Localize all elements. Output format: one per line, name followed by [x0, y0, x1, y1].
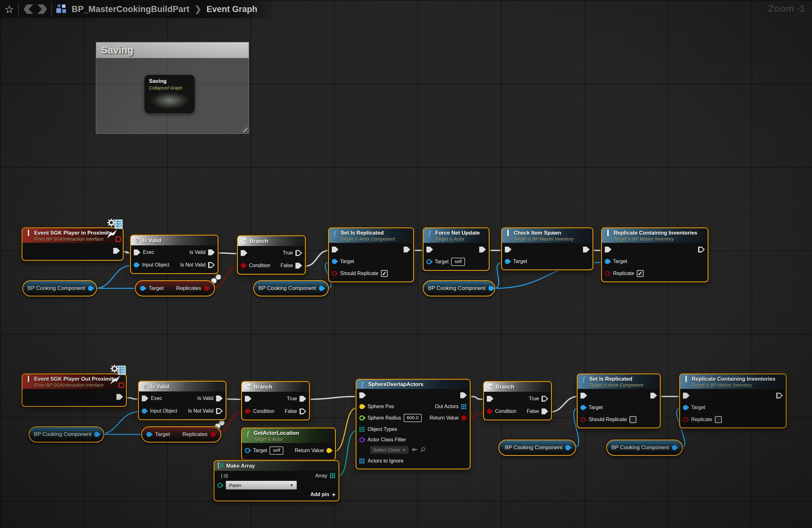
value-input[interactable]: 600.0	[404, 414, 422, 422]
output-pin[interactable]	[319, 286, 324, 291]
false-out-pin[interactable]	[541, 409, 548, 414]
output-pin[interactable]	[94, 432, 99, 437]
variable-node-bp-cooking-component-5[interactable]: BP Cooking Component	[498, 439, 576, 456]
object-types-pin[interactable]	[359, 427, 364, 432]
value-input[interactable]: self	[451, 258, 465, 266]
return-value-pin[interactable]	[461, 415, 466, 421]
node-header[interactable]: ?Is Valid	[131, 236, 218, 245]
comment-header[interactable]: Saving	[96, 42, 249, 58]
node-header[interactable]: Branch	[238, 236, 305, 246]
target-pin[interactable]	[245, 448, 250, 453]
false-out-pin[interactable]	[300, 409, 306, 414]
input-object-pin[interactable]	[142, 409, 147, 413]
replicate-pin[interactable]	[683, 417, 688, 422]
target-pin[interactable]	[505, 259, 510, 264]
variable-node-bp-cooking-component-2[interactable]: BP Cooking Component	[253, 280, 329, 296]
exec-in-pin[interactable]	[487, 396, 493, 402]
exec-out-pin[interactable]	[460, 392, 467, 398]
exec-out-pin[interactable]	[116, 394, 123, 400]
reset-to-default-icon[interactable]	[411, 447, 418, 453]
output-pin[interactable]	[88, 286, 93, 291]
condition-pin[interactable]	[487, 409, 492, 414]
output-pin[interactable]	[565, 445, 570, 450]
target-pin[interactable]	[146, 432, 151, 437]
checkbox-unchecked[interactable]	[715, 416, 722, 423]
variable-node-bp-cooking-component-3[interactable]: BP Cooking Component	[423, 280, 495, 296]
node-branch-3[interactable]: BranchTrueConditionFalse	[483, 381, 552, 421]
output-pin[interactable]	[211, 432, 215, 437]
node-set-is-replicated-1[interactable]: fSet Is ReplicatedTarget is Actor Compon…	[328, 227, 414, 282]
node-header[interactable]: ?Is Valid	[139, 382, 226, 392]
add-pin-icon[interactable]: +	[332, 491, 336, 498]
node-branch-1[interactable]: BranchTrueConditionFalse	[237, 235, 306, 275]
output-pin[interactable]	[204, 286, 209, 291]
is-valid-out-pin[interactable]	[216, 396, 223, 401]
condition-pin[interactable]	[245, 409, 250, 414]
exec-in-pin[interactable]	[245, 396, 251, 402]
node-sphere-overlap-actors[interactable]: fSphereOverlapActorsSphere PosOut Actors…	[356, 379, 471, 470]
select-class-dropdown[interactable]: Select Class▼	[370, 446, 409, 454]
exec-in-pin[interactable]	[359, 392, 366, 398]
exec-out-pin[interactable]	[698, 247, 705, 253]
collapsed-graph-node-saving[interactable]: Saving Collapsed Graph	[145, 75, 194, 113]
array-out-pin[interactable]	[330, 473, 335, 478]
true-out-pin[interactable]	[300, 396, 306, 402]
node-make-array[interactable]: Make Array[ 0]ArrayPawn▼Add pin+	[214, 460, 339, 501]
node-header[interactable]: fSphereOverlapActors	[357, 380, 470, 389]
exec-in-pin[interactable]	[505, 247, 511, 253]
value-input[interactable]: self	[270, 446, 283, 455]
node-header[interactable]: Replicate Containing InventoriesTarget i…	[602, 228, 708, 243]
condition-pin[interactable]	[241, 263, 246, 268]
breadcrumb-blueprint-name[interactable]: BP_MasterCookingBuildPart	[72, 4, 189, 14]
checkbox-checked[interactable]: ✓	[381, 270, 388, 277]
graph-canvas[interactable]: Saving Saving Collapsed Graph Event SGK …	[0, 0, 812, 528]
back-icon[interactable]	[24, 4, 33, 14]
sphere-pos-pin[interactable]	[359, 404, 364, 409]
node-is-valid-1[interactable]: ?Is ValidExecIs ValidInput ObjectIs Not …	[130, 235, 219, 274]
out-actors-pin[interactable]	[461, 404, 466, 409]
node-is-valid-2[interactable]: ?Is ValidExecIs ValidInput ObjectIs Not …	[138, 381, 227, 420]
variable-node-get-replicates-1[interactable]: TargetReplicates	[135, 280, 215, 296]
exec-in-pin[interactable]	[332, 247, 338, 253]
return-value-pin[interactable]	[327, 448, 332, 453]
is-not-valid-out-pin[interactable]	[208, 262, 215, 268]
exec-out-pin[interactable]	[776, 393, 783, 399]
exec-out-pin[interactable]	[479, 247, 486, 253]
node-header[interactable]: fSet Is ReplicatedTarget is Actor Compon…	[578, 375, 660, 389]
exec-in-pin[interactable]	[142, 396, 148, 401]
exec-in-pin[interactable]	[605, 247, 611, 253]
forward-icon[interactable]	[37, 4, 47, 14]
node-check-item-spawn[interactable]: Check Item SpawnTarget is BP Master Inve…	[501, 227, 593, 270]
target-pin[interactable]	[580, 405, 585, 410]
node-branch-2[interactable]: BranchTrueConditionFalse	[241, 381, 310, 421]
node-force-net-update[interactable]: fForce Net UpdateTarget is ActorTargetse…	[423, 227, 490, 271]
breadcrumb-graph-name[interactable]: Event Graph	[206, 4, 258, 14]
should-replicate-pin[interactable]	[580, 417, 585, 422]
actor-class-filter-pin[interactable]	[359, 437, 364, 442]
node-event-player-in[interactable]: Event SGK Player in ProximityFrom BP SGK…	[21, 227, 124, 261]
exec-in-pin[interactable]	[426, 247, 433, 253]
is-not-valid-out-pin[interactable]	[216, 408, 223, 414]
checkbox-unchecked[interactable]	[629, 416, 636, 423]
exec-out-pin[interactable]	[113, 248, 120, 254]
variable-node-bp-cooking-component-4[interactable]: BP Cooking Component	[28, 426, 104, 443]
output-pin[interactable]	[489, 286, 493, 291]
replicate-pin[interactable]	[605, 271, 610, 276]
node-event-player-out[interactable]: Event SGK Player Out ProximityFrom BP SG…	[21, 373, 127, 407]
input-object-pin[interactable]	[134, 262, 139, 267]
true-out-pin[interactable]	[541, 396, 548, 402]
node-header[interactable]: Branch	[484, 382, 551, 392]
exec-out-pin[interactable]	[404, 247, 410, 253]
variable-node-get-replicates-2[interactable]: TargetReplicates	[141, 426, 221, 443]
output-pin[interactable]	[672, 445, 677, 450]
target-pin[interactable]	[140, 286, 145, 291]
variable-node-bp-cooking-component-6[interactable]: BP Cooking Component	[606, 439, 683, 456]
sphere-radius-pin[interactable]	[359, 415, 364, 421]
node-set-is-replicated-2[interactable]: fSet Is ReplicatedTarget is Actor Compon…	[577, 373, 661, 428]
target-pin[interactable]	[426, 259, 432, 264]
true-out-pin[interactable]	[295, 250, 302, 256]
node-header[interactable]: Check Item SpawnTarget is BP Master Inve…	[502, 228, 593, 243]
node-replicate-containing-inventories-2[interactable]: Replicate Containing InventoriesTarget i…	[679, 373, 787, 428]
should-replicate-pin[interactable]	[332, 271, 337, 276]
favorite-star-icon[interactable]: ☆	[4, 4, 14, 15]
